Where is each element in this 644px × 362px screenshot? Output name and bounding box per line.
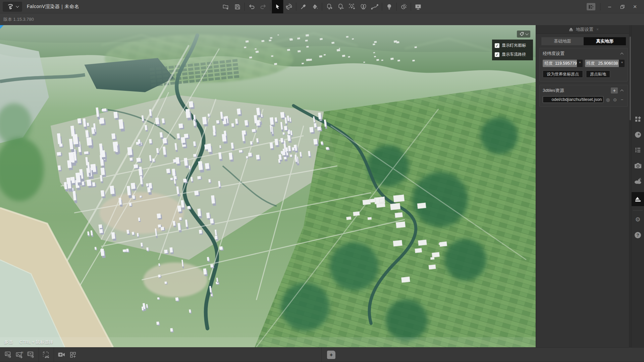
latitude-unit: ° — [621, 61, 623, 66]
layout-toggle-button[interactable] — [585, 2, 597, 11]
longitude-label: 经度 — [544, 61, 553, 66]
export-video-button[interactable] — [25, 348, 37, 362]
bottom-toolbar: AI + — [0, 347, 644, 362]
minimize-button[interactable] — [604, 2, 615, 11]
layer-option-lights[interactable]: ✓ 显示灯光图标 — [495, 43, 530, 48]
save-button[interactable] — [232, 0, 243, 13]
export-image-ai-button[interactable]: AI — [14, 348, 25, 362]
layout-grid-icon — [587, 3, 595, 10]
panel-close-icon[interactable]: × — [596, 27, 599, 32]
tiles-section-title: 3dtiles资源 — [543, 87, 564, 94]
latitude-field[interactable]: 纬度 25.906038 ° — [585, 60, 625, 67]
export-image-button[interactable] — [3, 348, 14, 362]
bottombar-separator — [54, 348, 54, 362]
add-page-button[interactable]: + — [327, 351, 335, 359]
ground-tabs: 基础地面 真实地形 — [541, 37, 626, 45]
tag-icon — [520, 32, 524, 36]
add-tileset-button[interactable]: + — [611, 87, 618, 94]
sidebar-item-terrain-active[interactable] — [632, 192, 644, 206]
window-controls-separator — [600, 3, 600, 10]
redo-button[interactable] — [258, 0, 269, 13]
satellite-terrain-render — [0, 25, 536, 347]
clip-image-button[interactable] — [41, 348, 52, 362]
widget-add-button[interactable] — [67, 348, 78, 362]
app-title: FalconV渲染器｜未命名 — [27, 4, 79, 10]
version-label: 版本 1.15.3.780 — [3, 16, 34, 22]
app-logo-button[interactable] — [3, 2, 22, 12]
hint-mode-label: 多选 — [4, 339, 13, 345]
longitude-field[interactable]: 经度 119.595779 ° — [543, 60, 583, 67]
checkbox-checked-icon[interactable]: ✓ — [495, 43, 499, 48]
terrain-icon — [634, 196, 642, 202]
latitude-value[interactable]: 25.906038 — [597, 61, 620, 66]
camera-record-add-button[interactable] — [56, 348, 67, 362]
checkbox-checked-icon[interactable]: ✓ — [495, 52, 499, 57]
path-draw-button[interactable] — [369, 0, 381, 13]
right-icon-strip: ⚙ ? — [632, 25, 644, 347]
sidebar-item-components[interactable] — [632, 113, 644, 126]
undo-button[interactable] — [246, 0, 258, 13]
tab-real-terrain[interactable]: 真实地形 — [584, 37, 626, 45]
sidebar-item-help[interactable]: ? — [632, 229, 644, 241]
time-of-day-button[interactable] — [398, 0, 410, 13]
status-subbar: 版本 1.15.3.780 — [0, 13, 644, 25]
sidebar-item-environment[interactable] — [632, 128, 644, 141]
help-icon: ? — [635, 232, 641, 238]
tree-area-add-button[interactable] — [346, 0, 358, 13]
environment-sphere-icon — [634, 131, 642, 138]
select-tool-button[interactable] — [272, 0, 283, 13]
toolbar-separator — [382, 3, 382, 11]
light-tool-button[interactable] — [384, 0, 395, 13]
presentation-button[interactable] — [413, 0, 424, 13]
collapse-chevron-icon[interactable] — [620, 52, 624, 56]
sidebar-item-settings[interactable]: ⚙ — [632, 213, 644, 226]
terrain-icon — [569, 27, 574, 32]
tree-add-button[interactable] — [324, 0, 335, 13]
sidebar-item-camera[interactable] — [632, 159, 644, 172]
origin-snap-ground-button[interactable]: 原点贴地 — [586, 70, 610, 78]
layer-visibility-button[interactable] — [517, 31, 530, 38]
chevron-down-icon — [525, 32, 529, 35]
ground-settings-panel: 地面设置 × 基础地面 真实地形 经纬度设置 经度 119.595779 ° — [536, 25, 632, 347]
picker-tool-button[interactable] — [298, 0, 309, 13]
restore-button[interactable] — [616, 2, 628, 11]
selection-hint-bar: 多选 CTRL + 鼠标选择 — [0, 337, 536, 347]
sidebar-item-weather[interactable] — [632, 175, 644, 187]
layer-visibility-popup: ✓ 显示灯光图标 ✓ 显示车流路径 — [492, 40, 533, 60]
collapse-chevron-icon[interactable] — [620, 89, 624, 93]
locate-tileset-icon[interactable]: ◎ — [605, 97, 610, 102]
titlebar: FalconV渲染器｜未命名 — [0, 0, 644, 13]
svg-text:AI: AI — [21, 351, 23, 354]
toolbar-separator — [245, 3, 245, 11]
bottombar-separator — [321, 348, 322, 362]
paint-bucket-button[interactable] — [309, 0, 321, 13]
vegetation-brush-button[interactable] — [358, 0, 369, 13]
window-controls: × — [585, 0, 644, 13]
gear-icon: ⚙ — [635, 217, 640, 223]
panel-scrollbar-thumb[interactable] — [630, 37, 631, 120]
tree-remove-button[interactable] — [335, 0, 346, 13]
toolbar-separator — [322, 3, 322, 11]
set-world-origin-button[interactable]: 设为世界坐标原点 — [543, 70, 583, 78]
panel-scrollbar[interactable] — [629, 25, 631, 347]
layer-option-traffic[interactable]: ✓ 显示车流路径 — [495, 52, 530, 57]
export-exe-button[interactable] — [220, 0, 232, 13]
sidebar-separator — [633, 210, 643, 210]
main-toolbar — [220, 0, 424, 13]
latlon-section-title: 经纬度设置 — [543, 51, 565, 57]
panel-header[interactable]: 地面设置 × — [536, 25, 631, 34]
tab-basic-ground[interactable]: 基础地面 — [541, 37, 584, 45]
close-button[interactable]: × — [629, 2, 641, 11]
hierarchy-icon — [635, 147, 641, 154]
focus-tileset-icon[interactable]: ⊙ — [612, 97, 618, 102]
panel-title: 地面设置 — [576, 26, 593, 33]
layer-option-label: 显示灯光图标 — [502, 43, 526, 48]
logo-menu-chevron-icon — [15, 4, 19, 8]
tileset-path-input[interactable]: odel/cbdjianzhu/tileset.json — [543, 96, 603, 103]
map-viewport[interactable]: ✓ 显示灯光图标 ✓ 显示车流路径 多选 CTRL + 鼠标选择 — [0, 25, 536, 347]
rotate-tool-button[interactable] — [283, 0, 295, 13]
remove-tileset-icon[interactable]: − — [620, 97, 625, 102]
weather-icon — [634, 178, 642, 184]
sidebar-item-hierarchy[interactable] — [632, 144, 644, 157]
longitude-value[interactable]: 119.595779 — [555, 61, 577, 66]
